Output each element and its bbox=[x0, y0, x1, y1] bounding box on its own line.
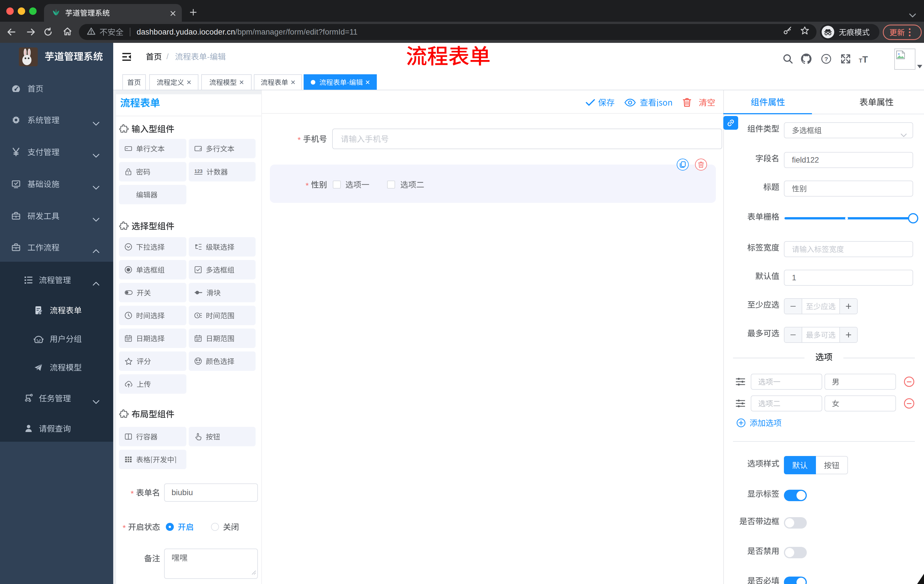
svg-text:?: ? bbox=[825, 56, 828, 62]
